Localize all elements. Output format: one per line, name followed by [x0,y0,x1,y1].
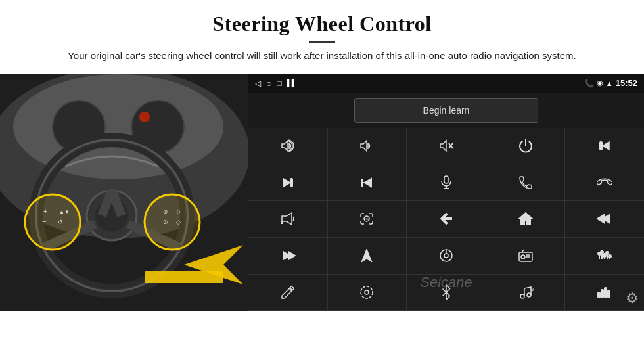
svg-rect-74 [601,290,603,298]
svg-point-66 [606,252,609,254]
status-bar: ◁ ○ □ ▌▌ 📞 ◉ ▲ 15:52 [248,74,644,93]
svg-point-54 [521,255,525,259]
storage-icon: ▌▌ [287,79,296,87]
svg-point-5 [139,112,150,122]
svg-marker-48 [288,252,295,259]
svg-rect-32 [600,142,602,150]
settings-gear-button[interactable]: ⚙ [626,290,639,307]
page-title: Steering Wheel Control [26,12,618,36]
svg-point-71 [527,293,531,297]
status-left: ◁ ○ □ ▌▌ [255,78,296,89]
page: Steering Wheel Control Your original car… [0,0,644,360]
equalizer-button[interactable] [565,238,644,274]
svg-marker-35 [365,179,371,187]
svg-point-68 [365,290,369,294]
svg-rect-75 [605,288,607,298]
svg-point-15 [25,194,80,250]
header-section: Steering Wheel Control Your original car… [0,0,644,70]
wifi-icon: ▲ [606,79,613,87]
skip-forward-button[interactable] [248,164,327,200]
svg-text:⊙: ⊙ [163,219,168,225]
svg-text:−: − [42,217,46,225]
svg-marker-33 [283,179,290,187]
vol-down-button[interactable]: − [328,128,407,164]
radio-button[interactable] [486,238,565,274]
pen-button[interactable] [248,275,327,311]
svg-text:◇: ◇ [176,208,181,215]
prev-track-button[interactable] [565,128,644,164]
call-button[interactable] [486,164,565,200]
nav-button[interactable] [328,238,407,274]
svg-text:+: + [43,207,47,215]
begin-learn-row: Begin learn [248,93,644,128]
svg-marker-46 [597,215,604,223]
svg-text:+: + [292,140,295,146]
icon-grid: + − [248,128,644,311]
back-button[interactable] [407,201,486,237]
mic-button[interactable] [407,164,486,200]
svg-rect-76 [608,290,610,298]
subtitle-text: Your original car's steering wheel contr… [66,49,578,64]
svg-marker-41 [282,213,292,225]
settings2-button[interactable] [328,275,407,311]
begin-learn-button[interactable]: Begin learn [354,98,538,123]
steering-wheel-bg: + ▲▼ − ↺ ⊕ ◇ ⊙ ◇ [0,74,248,311]
right-panel-wrapper: ◁ ○ □ ▌▌ 📞 ◉ ▲ 15:52 Begin learn [248,74,644,311]
svg-point-64 [601,251,603,254]
svg-text:⚙: ⚙ [530,287,534,292]
svg-text:⊕: ⊕ [163,208,168,215]
android-screen: ◁ ○ □ ▌▌ 📞 ◉ ▲ 15:52 Begin learn [248,74,644,311]
svg-point-10 [95,199,128,232]
status-right: 📞 ◉ ▲ 15:52 [584,78,637,88]
svg-marker-49 [361,249,372,262]
music-button[interactable]: ⚙ [486,275,565,311]
power-button[interactable] [486,128,565,164]
svg-text:▲▼: ▲▼ [59,209,70,215]
svg-rect-38 [444,176,448,183]
title-divider [309,41,335,43]
nav-home-btn[interactable]: ○ [266,78,271,89]
location-icon: ◉ [597,79,603,87]
bluetooth-button[interactable] [407,275,486,311]
camera360-button[interactable]: 360° [328,201,407,237]
svg-point-67 [609,255,611,258]
steering-wheel-svg: + ▲▼ − ↺ ⊕ ◇ ⊙ ◇ [0,74,248,311]
home-button[interactable] [486,201,565,237]
svg-marker-31 [603,142,609,150]
nav-back-btn[interactable]: ◁ [255,79,261,88]
eject-button[interactable] [407,238,486,274]
nav-recent-btn[interactable]: □ [277,79,281,88]
svg-rect-26 [145,271,223,283]
svg-point-2 [13,74,223,179]
svg-point-65 [603,254,606,257]
clock: 15:52 [616,78,637,88]
prev-chapter-button[interactable] [565,201,644,237]
svg-text:−: − [371,141,375,148]
svg-text:↺: ↺ [58,219,63,225]
svg-rect-34 [290,179,292,187]
phone-icon: 📞 [584,79,594,88]
svg-text:360°: 360° [364,217,371,221]
content-row: + ▲▼ − ↺ ⊕ ◇ ⊙ ◇ [0,74,644,311]
skip-back-x-button[interactable] [328,164,407,200]
horn-button[interactable] [248,201,327,237]
svg-point-51 [444,254,448,258]
left-panel: + ▲▼ − ↺ ⊕ ◇ ⊙ ◇ [0,74,248,311]
mute-button[interactable] [407,128,486,164]
vol-up-button[interactable]: + [248,128,327,164]
svg-rect-73 [598,292,600,298]
svg-point-69 [361,286,373,298]
svg-text:◇: ◇ [176,219,181,225]
next-track2-button[interactable] [248,238,327,274]
svg-point-70 [520,294,524,298]
svg-point-20 [145,194,200,250]
hangup-button[interactable] [565,164,644,200]
